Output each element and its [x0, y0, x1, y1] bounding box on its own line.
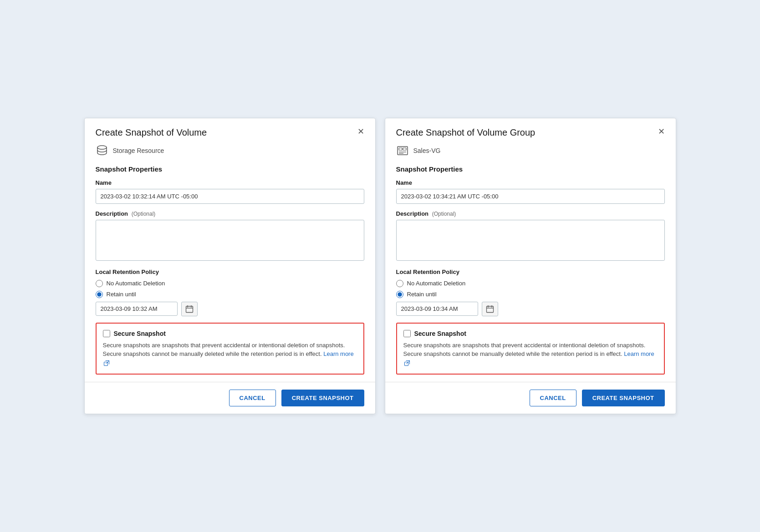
vg-calendar-icon: [486, 305, 494, 313]
dialog-volume: Create Snapshot of Volume ✕ Storage Reso…: [84, 118, 376, 415]
vg-retain-until-input-row: [396, 302, 665, 316]
resource-label: Storage Resource: [113, 147, 164, 154]
vg-retain-until-label: Retain until: [407, 291, 437, 298]
secure-snapshot-title: Secure Snapshot: [114, 330, 166, 337]
vg-retention-label: Local Retention Policy: [396, 269, 665, 275]
vg-description-optional: (Optional): [432, 211, 456, 217]
vg-description-label: Description (Optional): [396, 210, 665, 217]
dialog-vg-header: Create Snapshot of Volume Group ✕: [385, 118, 676, 144]
svg-rect-8: [399, 148, 402, 150]
no-deletion-radio[interactable]: [96, 280, 103, 287]
retention-label: Local Retention Policy: [96, 269, 364, 275]
secure-snapshot-checkbox[interactable]: [103, 330, 110, 337]
vg-section-title: Snapshot Properties: [396, 165, 665, 173]
page-wrapper: Create Snapshot of Volume ✕ Storage Reso…: [84, 118, 676, 415]
retain-date-input[interactable]: [96, 302, 178, 316]
vg-secure-snapshot-checkbox[interactable]: [403, 330, 411, 337]
svg-rect-1: [186, 306, 193, 313]
no-deletion-radio-row: No Automatic Deletion: [96, 280, 364, 287]
vg-secure-snapshot-title: Secure Snapshot: [414, 330, 466, 337]
resource-row: Storage Resource: [96, 144, 364, 157]
name-label: Name: [96, 179, 364, 186]
svg-rect-12: [486, 306, 493, 313]
vg-name-label: Name: [396, 179, 665, 186]
calendar-icon: [185, 305, 194, 313]
section-title: Snapshot Properties: [96, 165, 364, 173]
svg-point-0: [97, 146, 107, 149]
svg-line-6: [106, 361, 109, 364]
vg-secure-snapshot-box: Secure Snapshot Secure snapshots are sna…: [396, 323, 665, 375]
vg-retain-until-radio[interactable]: [396, 291, 403, 298]
vg-no-deletion-radio[interactable]: [396, 280, 403, 287]
description-input[interactable]: [96, 220, 364, 261]
dialog-volume-body: Storage Resource Snapshot Properties Nam…: [85, 144, 375, 382]
secure-snapshot-header: Secure Snapshot: [103, 330, 357, 337]
vg-calendar-button[interactable]: [482, 302, 498, 316]
vg-no-deletion-label: No Automatic Deletion: [407, 280, 466, 287]
vg-secure-snapshot-desc: Secure snapshots are snapshots that prev…: [403, 341, 658, 368]
vg-retain-date-input[interactable]: [396, 302, 478, 316]
cancel-button[interactable]: CANCEL: [229, 390, 276, 406]
no-deletion-label: No Automatic Deletion: [107, 280, 165, 287]
secure-snapshot-box: Secure Snapshot Secure snapshots are sna…: [96, 323, 364, 375]
vg-create-snapshot-button[interactable]: CREATE SNAPSHOT: [582, 390, 665, 406]
dialog-volume-title: Create Snapshot of Volume: [96, 127, 207, 138]
retain-until-input-row: [96, 302, 364, 316]
vg-description-input[interactable]: [396, 220, 665, 261]
calendar-button[interactable]: [181, 302, 198, 316]
vg-cancel-button[interactable]: CANCEL: [530, 390, 576, 406]
dialog-vg-footer: CANCEL CREATE SNAPSHOT: [385, 382, 676, 414]
external-link-icon: [104, 360, 109, 366]
vg-no-deletion-radio-row: No Automatic Deletion: [396, 280, 665, 287]
vg-name-input[interactable]: [396, 189, 665, 204]
dialog-vg-title: Create Snapshot of Volume Group: [396, 127, 536, 138]
retain-until-radio[interactable]: [96, 291, 103, 298]
name-input[interactable]: [96, 189, 364, 204]
vg-secure-snapshot-header: Secure Snapshot: [403, 330, 658, 337]
dialog-volume-header: Create Snapshot of Volume ✕: [85, 118, 375, 144]
retain-until-label: Retain until: [107, 291, 136, 298]
vg-external-link-icon: [404, 360, 410, 366]
dialog-volume-close[interactable]: ✕: [357, 127, 364, 136]
description-optional: (Optional): [132, 211, 156, 217]
secure-snapshot-desc: Secure snapshots are snapshots that prev…: [103, 341, 357, 368]
dialog-volume-footer: CANCEL CREATE SNAPSHOT: [85, 382, 375, 414]
dialog-vg-close[interactable]: ✕: [658, 127, 665, 136]
create-snapshot-button[interactable]: CREATE SNAPSHOT: [281, 390, 364, 406]
svg-rect-9: [403, 148, 406, 150]
svg-line-17: [406, 361, 409, 364]
vg-resource-label: Sales-VG: [413, 147, 441, 154]
volume-group-icon: [396, 144, 409, 157]
description-label: Description (Optional): [96, 210, 364, 217]
vg-retain-until-radio-row: Retain until: [396, 291, 665, 298]
dialog-volume-group: Create Snapshot of Volume Group ✕ Sales-…: [385, 118, 676, 415]
dialog-vg-body: Sales-VG Snapshot Properties Name Descri…: [385, 144, 676, 382]
vg-resource-row: Sales-VG: [396, 144, 665, 157]
database-icon: [96, 144, 108, 157]
retain-until-radio-row: Retain until: [96, 291, 364, 298]
